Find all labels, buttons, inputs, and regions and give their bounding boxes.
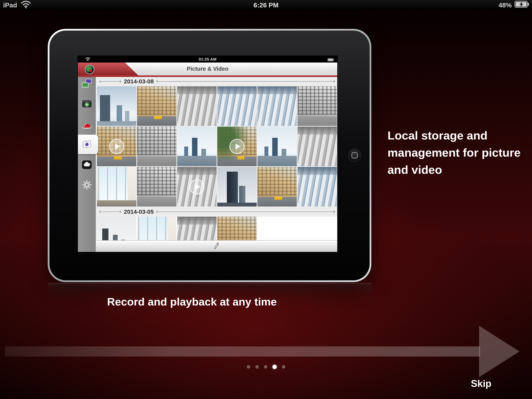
thumbnail-tower-dark[interactable]: [217, 167, 257, 206]
battery-icon: [328, 58, 334, 62]
wifi-icon: [21, 0, 31, 10]
page-dot[interactable]: [255, 365, 259, 369]
cloud-icon: [82, 159, 92, 170]
feature-headline: Local storage and management for picture…: [387, 127, 524, 179]
play-overlay-icon: [109, 139, 124, 154]
thumbnail-row: [97, 167, 337, 206]
device-label: iPad: [3, 1, 17, 9]
date-line-icon: [100, 212, 121, 212]
app-body: 2014-03-082014-03-05: [78, 77, 337, 252]
tablet-screen: 01:25 AM Picture & Video 2014-03-082014-…: [78, 56, 337, 252]
thumbnail-skyline-blue[interactable]: [177, 127, 216, 166]
date-line-icon: [157, 212, 335, 212]
skip-button[interactable]: Skip: [471, 378, 492, 389]
alarm-icon: [82, 119, 92, 129]
thumbnail-building-taxi-video[interactable]: [97, 127, 136, 166]
page-dots: [247, 365, 285, 369]
page-title: Picture & Video: [78, 66, 337, 72]
thumbnail-building-bw[interactable]: [137, 127, 177, 166]
page-dot[interactable]: [282, 365, 285, 369]
playback-icon: [82, 99, 92, 109]
thumbnail-building-taxi[interactable]: [137, 86, 177, 126]
thumbnail-highway-blue[interactable]: [217, 86, 257, 126]
bottom-toolbar: [96, 240, 337, 252]
date-line-icon: [100, 81, 121, 82]
settings-icon: [82, 180, 92, 190]
date-label: 2014-03-05: [124, 208, 154, 215]
app-clock: 01:25 AM: [199, 57, 216, 62]
live-view-icon: [82, 78, 92, 89]
thumbnail-building-tree-video[interactable]: [217, 127, 257, 166]
clock: 6:26 PM: [253, 1, 279, 9]
thumbnail-building-taxi[interactable]: [257, 167, 297, 206]
thumbnail-highway-blue[interactable]: [298, 167, 337, 206]
thumbnail-building-bw[interactable]: [298, 86, 337, 126]
nav-underline: [78, 75, 337, 77]
sidebar: [78, 77, 96, 252]
app-status-bar: 01:25 AM: [78, 56, 337, 63]
thumbnail-row: [97, 127, 337, 166]
picture-video-icon: [82, 139, 92, 150]
next-arrow-shaft: [5, 346, 480, 357]
sidebar-item-cloud[interactable]: [78, 154, 96, 175]
content-area: 2014-03-082014-03-05: [96, 77, 337, 252]
thumbnail-highway-bw[interactable]: [298, 127, 337, 166]
thumbnail-skyline-blue[interactable]: [257, 127, 297, 166]
thumbnail-highway-bw-video[interactable]: [177, 167, 216, 206]
pencil-icon[interactable]: [214, 242, 219, 251]
sidebar-item-playback[interactable]: [78, 94, 96, 114]
page-dot[interactable]: [247, 365, 250, 369]
gallery: 2014-03-082014-03-05: [97, 77, 337, 252]
os-status-bar: iPad 6:26 PM 48%: [0, 0, 532, 10]
battery-percent: 48%: [499, 1, 512, 9]
thumbnail-row: [97, 86, 337, 126]
page-dot-active[interactable]: [272, 365, 277, 369]
sidebar-item-settings[interactable]: [78, 175, 96, 195]
thumbnail-highway-bw[interactable]: [177, 86, 216, 126]
date-header: 2014-03-05: [97, 207, 337, 216]
wifi-icon: [85, 57, 90, 62]
thumbnail-building-bw[interactable]: [137, 167, 177, 206]
battery-charging-icon: [514, 1, 529, 9]
sidebar-item-alarm[interactable]: [78, 114, 96, 134]
home-button[interactable]: [348, 149, 361, 161]
thumbnail-towers-blue[interactable]: [97, 86, 136, 126]
thumbnail-interior[interactable]: [97, 167, 136, 206]
app-nav-bar: Picture & Video: [78, 63, 337, 75]
sidebar-item-picture-video[interactable]: [78, 134, 96, 154]
date-label: 2014-03-08: [124, 78, 154, 85]
gallery-section: 2014-03-08: [97, 77, 337, 206]
feature-caption: Record and playback at any time: [107, 295, 277, 308]
thumbnail-highway-blue[interactable]: [257, 86, 297, 126]
play-overlay-icon: [189, 179, 204, 194]
sidebar-item-live-view[interactable]: [78, 73, 96, 94]
play-overlay-icon: [229, 139, 245, 154]
date-line-icon: [157, 81, 335, 82]
next-arrow-icon: [479, 326, 519, 377]
tablet-device: 01:25 AM Picture & Video 2014-03-082014-…: [48, 29, 371, 282]
page-dot[interactable]: [264, 365, 267, 369]
date-header: 2014-03-08: [97, 77, 337, 86]
